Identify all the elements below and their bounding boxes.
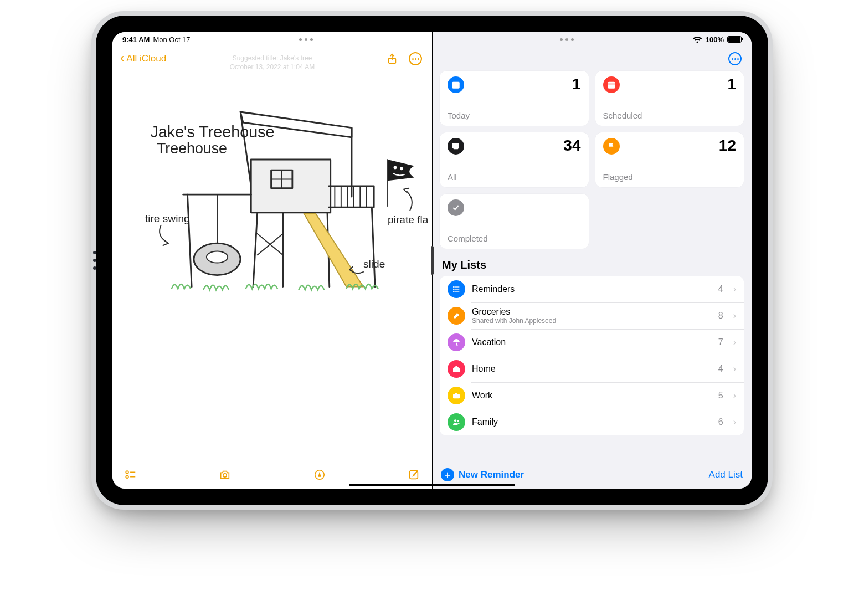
more-button[interactable]	[726, 50, 744, 68]
status-bar-left: 9:41 AM Mon Oct 17	[112, 32, 432, 47]
plus-circle-icon: ＋	[441, 468, 454, 481]
chevron-right-icon: ›	[733, 417, 736, 427]
multitask-dots-icon[interactable]	[299, 38, 313, 41]
add-list-button[interactable]: Add List	[709, 469, 743, 480]
smart-lists-grid: 1 Today 1 Scheduled 34 All	[432, 71, 752, 249]
carrot-icon	[448, 307, 465, 325]
list-row[interactable]: Home4›	[440, 356, 744, 382]
svg-rect-1	[251, 160, 330, 213]
list-title: Family	[472, 417, 712, 427]
battery-pct: 100%	[706, 35, 724, 44]
reminders-app-pane: 100% 1 Today	[432, 32, 752, 489]
briefcase-icon	[448, 387, 465, 404]
today-card[interactable]: 1 Today	[440, 71, 589, 126]
list-count: 6	[718, 417, 723, 427]
chevron-right-icon: ›	[733, 284, 736, 294]
list-row[interactable]: Family6›	[440, 409, 744, 435]
svg-point-39	[453, 286, 455, 288]
status-date: Mon Oct 17	[153, 35, 190, 44]
svg-point-46	[454, 419, 456, 422]
list-count: 4	[718, 364, 723, 374]
ellipsis-circle-icon	[728, 52, 742, 65]
svg-point-43	[453, 291, 455, 292]
battery-icon	[727, 36, 742, 43]
list-row[interactable]: Reminders4›	[440, 276, 744, 302]
all-card[interactable]: 34 All	[440, 132, 589, 187]
svg-rect-36	[452, 82, 460, 84]
notes-app-pane: 9:41 AM Mon Oct 17 ‹ All iCloud	[112, 32, 432, 489]
svg-rect-37	[608, 82, 615, 89]
chevron-right-icon: ›	[733, 337, 736, 347]
svg-text:pirate flag: pirate flag	[388, 214, 428, 225]
chevron-right-icon: ›	[733, 391, 736, 401]
checklist-icon	[125, 469, 137, 481]
svg-point-21	[394, 166, 397, 170]
svg-point-47	[457, 420, 459, 422]
svg-rect-45	[453, 394, 460, 398]
svg-text:Jake's Treehouse: Jake's Treehouse	[151, 123, 275, 141]
flagged-card[interactable]: 12 Flagged	[595, 132, 744, 187]
list-count: 4	[718, 284, 723, 294]
compose-icon	[408, 469, 420, 481]
flag-icon	[603, 138, 620, 155]
list-row[interactable]: Work5›	[440, 382, 744, 409]
compose-button[interactable]	[405, 466, 422, 484]
svg-text:slide: slide	[363, 258, 385, 270]
completed-card[interactable]: Completed	[440, 194, 589, 249]
list-row[interactable]: Vacation7›	[440, 329, 744, 356]
checklist-button[interactable]	[122, 466, 139, 484]
svg-point-30	[126, 475, 128, 478]
camera-button[interactable]	[217, 466, 233, 484]
svg-point-32	[223, 474, 227, 477]
svg-point-41	[453, 289, 455, 290]
svg-line-11	[253, 213, 258, 287]
home-indicator[interactable]	[349, 484, 515, 486]
svg-text:Treehouse: Treehouse	[157, 140, 227, 157]
list-title: Groceries	[472, 307, 712, 317]
camera-icon	[219, 469, 231, 481]
multitask-dots-icon[interactable]	[560, 38, 574, 41]
svg-line-14	[372, 207, 375, 286]
svg-line-16	[187, 194, 192, 286]
list-count: 5	[718, 391, 723, 401]
new-reminder-button[interactable]: ＋ New Reminder	[441, 468, 524, 481]
list-title: Vacation	[472, 337, 712, 347]
my-lists: Reminders4›GroceriesShared with John App…	[440, 276, 744, 435]
svg-point-22	[400, 167, 403, 171]
list-title: Home	[472, 364, 712, 374]
pencil-tip-icon	[313, 469, 326, 481]
calendar-today-icon	[448, 76, 464, 93]
checkmark-icon	[448, 199, 464, 216]
svg-rect-44	[455, 291, 459, 291]
list-row[interactable]: GroceriesShared with John Appleseed8›	[440, 302, 744, 329]
list-count: 8	[718, 311, 723, 321]
note-meta: Suggested title: Jake's tree October 13,…	[112, 54, 432, 71]
note-drawing-canvas[interactable]: .ink{fill:none;stroke:#2b2b2b;stroke-wid…	[112, 71, 432, 461]
chevron-right-icon: ›	[733, 364, 736, 374]
list-title: Reminders	[472, 284, 712, 294]
status-bar-right: 100%	[432, 32, 752, 47]
status-time: 9:41 AM	[122, 35, 150, 44]
svg-rect-42	[455, 289, 459, 289]
umbrella-icon	[448, 333, 465, 351]
list-subtitle: Shared with John Appleseed	[472, 317, 712, 325]
svg-point-19	[207, 251, 228, 263]
svg-point-28	[126, 471, 128, 474]
home-icon	[448, 360, 465, 378]
my-lists-heading: My Lists	[432, 249, 752, 276]
split-view-grabber[interactable]	[431, 246, 434, 275]
tray-icon	[448, 138, 464, 155]
reminders-nav-bar	[432, 47, 752, 71]
markup-button[interactable]	[311, 466, 328, 484]
treehouse-sketch: .ink{fill:none;stroke:#2b2b2b;stroke-wid…	[117, 75, 428, 319]
list-icon	[448, 280, 465, 298]
scheduled-card[interactable]: 1 Scheduled	[595, 71, 744, 126]
people-icon	[448, 413, 465, 431]
wifi-icon	[692, 36, 702, 43]
list-count: 7	[718, 337, 723, 347]
calendar-icon	[603, 76, 620, 93]
list-title: Work	[472, 391, 712, 401]
svg-rect-40	[455, 286, 459, 287]
svg-text:tire swing: tire swing	[145, 213, 190, 224]
chevron-right-icon: ›	[733, 311, 736, 321]
